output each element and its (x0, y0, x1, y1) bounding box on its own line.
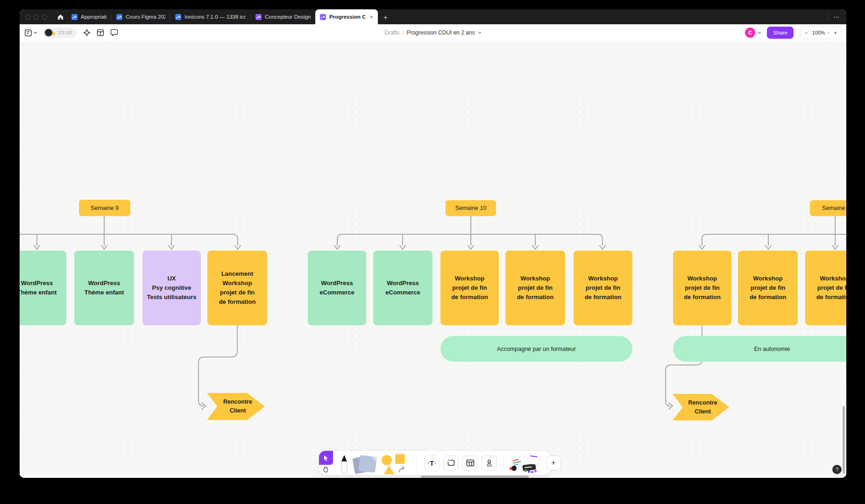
chrome-right: ⋯ (827, 9, 846, 24)
toolbar-items: T (340, 451, 561, 475)
horizontal-scrollbar[interactable] (421, 476, 529, 478)
main-menu-icon[interactable] (24, 29, 37, 37)
shape-tools[interactable] (382, 454, 411, 475)
text-tool[interactable]: T (424, 455, 440, 471)
dot (428, 462, 429, 463)
overflow-menu-icon[interactable]: ⋯ (833, 14, 846, 21)
sticky-box[interactable]: WordPress eCommerce (308, 251, 366, 325)
figjam-file-icon (116, 14, 122, 20)
section-tool[interactable] (443, 455, 459, 471)
select-tool-group (319, 451, 333, 475)
screenshot-root: Appropriation Cours Figma 2023 Ionicons … (0, 0, 865, 504)
week-label-semaine-11[interactable]: Semaine 11 (810, 200, 846, 216)
tab-appropriation[interactable]: Appropriation (67, 9, 111, 24)
hand-tool[interactable] (322, 466, 329, 475)
tab-cours-figma[interactable]: Cours Figma 2023 (112, 9, 170, 24)
figjam-canvas[interactable]: Semaine 9 Semaine 10 Semaine 11 WordPres… (20, 41, 846, 478)
topbar-left: 03:00 (20, 28, 118, 38)
color-chip (534, 470, 537, 472)
tab-label: Concepteur Designer UI (265, 14, 311, 20)
figjam-toolbar: T (319, 451, 551, 475)
breadcrumb-separator: / (402, 29, 404, 36)
breadcrumb-root[interactable]: Drafts (384, 29, 399, 36)
sticky-box[interactable]: WordPress eCommerce (373, 251, 432, 325)
triangle-shape-icon (384, 465, 394, 474)
sticky-box[interactable]: WordPress Thème enfant (74, 251, 134, 325)
timer-value: 03:00 (58, 30, 72, 35)
select-tool[interactable] (319, 451, 333, 465)
tab-label: Appropriation (81, 14, 106, 20)
browser-chrome: Appropriation Cours Figma 2023 Ionicons … (20, 9, 846, 24)
sticky-front (358, 455, 377, 473)
topbar-right: C Share − 100% + (745, 26, 842, 39)
help-button[interactable]: ? (832, 465, 842, 474)
chevron-down-icon (827, 32, 830, 34)
sticky-box[interactable]: Workshop projet de fin de formation (738, 251, 798, 325)
tab-label: Cours Figma 2023 (126, 14, 165, 20)
sticky-box[interactable]: Lancement Workshop projet de fin de form… (207, 251, 267, 325)
week-label-semaine-10[interactable]: Semaine 10 (446, 200, 496, 216)
connector-arrow-icon (398, 466, 408, 475)
tab-concepteur[interactable]: Concepteur Designer UI (251, 9, 315, 24)
zoom-in-button[interactable]: + (834, 30, 837, 35)
comment-icon[interactable] (110, 29, 118, 36)
zoom-out-button[interactable]: − (805, 30, 808, 35)
color-chip (531, 471, 533, 473)
page-title[interactable]: Progression CDUI en 2 ans (407, 29, 475, 36)
chrome-separator (827, 14, 828, 21)
vertical-scrollbar[interactable] (843, 406, 845, 474)
stamp-tool[interactable] (482, 455, 497, 471)
figma-browser-window: Appropriation Cours Figma 2023 Ionicons … (20, 9, 846, 478)
add-tool-button[interactable]: + (546, 455, 561, 470)
sticky-box[interactable]: Workshop projet de fin de formation (673, 251, 731, 325)
figjam-file-icon (71, 14, 78, 20)
close-window-button[interactable] (25, 14, 30, 20)
pill-accompagne[interactable]: Accompagné par un formateur (440, 336, 632, 362)
tab-progression-active[interactable]: Progression CDUI en 2 ans × (315, 9, 378, 24)
templates-icon[interactable] (97, 29, 104, 36)
timer-widget[interactable]: 03:00 (43, 28, 77, 38)
sparkle-actions-icon[interactable] (83, 29, 91, 36)
client-meeting-shape[interactable]: Rencontre Client (673, 394, 729, 420)
share-button[interactable]: Share (767, 27, 794, 39)
sticky-note-tool[interactable] (353, 454, 378, 475)
figjam-topbar: 03:00 Drafts / Progression CDUI en 2 ans… (20, 24, 846, 41)
figjam-file-icon (320, 14, 326, 20)
camera-thumb (511, 466, 517, 471)
table-tool[interactable] (462, 455, 478, 471)
sticky-box[interactable]: Workshop projet de fin de formation (805, 251, 846, 325)
sticky-box[interactable]: Workshop projet de fin de formation (574, 251, 632, 325)
client-meeting-text: Rencontre Client (680, 394, 725, 420)
chevron-down-icon[interactable] (478, 31, 482, 34)
sticky-box[interactable]: Workshop projet de fin de formation (505, 251, 565, 325)
close-tab-icon[interactable]: × (369, 14, 373, 20)
zoom-window-button[interactable] (42, 14, 47, 20)
sticky-box[interactable]: Workshop projet de fin de formation (440, 251, 499, 325)
tab-label: Progression CDUI en 2 ans (329, 14, 365, 20)
pill-autonomie[interactable]: En autonomie (673, 336, 846, 362)
zoom-level[interactable]: 100% (812, 30, 830, 35)
tab-label: Ionicons 7.1.0 — 1338 icons pack (C (184, 14, 246, 20)
templates-gallery[interactable] (510, 454, 540, 474)
user-avatar[interactable]: C (745, 28, 755, 38)
new-tab-button[interactable]: + (378, 9, 393, 24)
home-icon[interactable] (54, 9, 67, 24)
window-controls[interactable] (20, 9, 54, 24)
week-label-semaine-9[interactable]: Semaine 9 (79, 200, 130, 216)
sticky-box[interactable]: UX Psy cognitive Tests utilisateurs (142, 251, 201, 325)
sticky-box[interactable]: WordPress Thème enfant (20, 251, 66, 325)
template-card (527, 453, 541, 465)
tab-strip: Appropriation Cours Figma 2023 Ionicons … (67, 9, 393, 24)
client-meeting-shape[interactable]: Rencontre Client (207, 393, 265, 420)
minimize-window-button[interactable] (34, 14, 39, 20)
cursor-icon (323, 455, 329, 461)
color-chip (525, 469, 527, 472)
marker-tool[interactable] (340, 455, 349, 475)
square-shape-icon (395, 454, 405, 464)
folded-corner (371, 456, 377, 462)
chevron-down-icon[interactable] (758, 31, 761, 34)
tab-ionicons[interactable]: Ionicons 7.1.0 — 1338 icons pack (C (170, 9, 250, 24)
breadcrumb: Drafts / Progression CDUI en 2 ans (20, 29, 846, 36)
figjam-file-icon (255, 14, 262, 20)
avatar (45, 29, 52, 36)
